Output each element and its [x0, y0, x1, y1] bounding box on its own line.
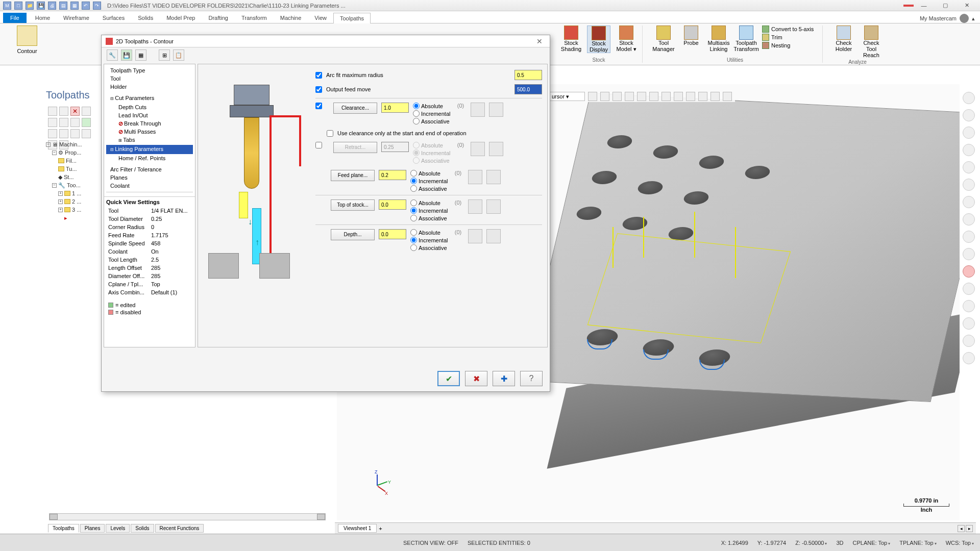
contour-icon[interactable]: [17, 26, 37, 46]
feedplane-incremental-radio[interactable]: [410, 178, 417, 184]
topstock-associative-radio[interactable]: [410, 215, 417, 221]
clearance-pick-button[interactable]: [471, 103, 485, 117]
retract-pick-button[interactable]: [471, 142, 485, 156]
topstock-incremental-radio[interactable]: [410, 207, 417, 214]
clearance-associative-radio[interactable]: [413, 118, 420, 124]
user-label[interactable]: My Mastercam: [920, 15, 957, 21]
close-button[interactable]: ✕: [957, 1, 977, 11]
retract-input[interactable]: [381, 142, 409, 152]
multiaxis-linking-button[interactable]: Multiaxis Linking: [707, 26, 730, 52]
rs-7[interactable]: [963, 196, 975, 208]
use-clearance-only-checkbox[interactable]: [327, 130, 333, 137]
tab-home[interactable]: Home: [29, 12, 57, 23]
tree-scroll-left[interactable]: ◂: [108, 193, 111, 197]
viewsheet-prev[interactable]: ◂: [958, 525, 965, 532]
retract-checkbox[interactable]: [315, 142, 322, 148]
redo-icon[interactable]: ↷: [93, 2, 101, 10]
check-holder-button[interactable]: Check Holder: [832, 26, 855, 52]
tab-modelprep[interactable]: Model Prep: [160, 12, 202, 23]
tp-btn-5[interactable]: [48, 118, 57, 127]
feed-plane-input[interactable]: [379, 170, 406, 180]
selbar-btn-9[interactable]: [686, 92, 695, 101]
selbar-btn-3[interactable]: [612, 92, 622, 101]
status-section-view[interactable]: SECTION VIEW: OFF: [403, 540, 458, 546]
rs-3[interactable]: [963, 127, 975, 139]
dlg-tb-5[interactable]: 📋: [173, 49, 184, 61]
tp-btn-12[interactable]: [82, 129, 91, 138]
tn-tabs[interactable]: ⊞ Tabs: [106, 136, 193, 145]
depth-absolute-radio[interactable]: [410, 229, 417, 236]
arc-fit-checkbox[interactable]: [315, 72, 322, 79]
tp-btn-7[interactable]: [70, 118, 80, 127]
topstock-absolute-radio[interactable]: [410, 199, 417, 206]
btab-toolpaths[interactable]: Toolpaths: [48, 524, 79, 533]
feed-plane-button[interactable]: Feed plane...: [331, 170, 375, 181]
qat-icon-5[interactable]: ▤: [59, 2, 67, 10]
feedplane-pick-button[interactable]: [468, 170, 482, 184]
output-feed-checkbox[interactable]: [315, 86, 322, 93]
new-icon[interactable]: □: [14, 2, 22, 10]
tree-scroll-right[interactable]: ▸: [188, 193, 191, 197]
open-icon[interactable]: 📁: [26, 2, 34, 10]
tool-manager-button[interactable]: Tool Manager: [652, 26, 675, 52]
tn-linking-parameters[interactable]: ⊟ Linking Parameters: [106, 145, 193, 154]
selbar-btn-11[interactable]: [710, 92, 720, 101]
dialog-add-button[interactable]: ✚: [493, 371, 515, 386]
dialog-tree[interactable]: Toolpath Type Tool Holder ⊟ Cut Paramete…: [104, 64, 195, 197]
user-avatar-icon[interactable]: [960, 14, 969, 23]
retract-reselect-button[interactable]: [489, 142, 503, 156]
undo-icon[interactable]: ↶: [82, 2, 90, 10]
arc-fit-input[interactable]: [514, 70, 542, 80]
tab-view[interactable]: View: [308, 12, 333, 23]
output-feed-input[interactable]: [514, 84, 542, 94]
selbar-btn-10[interactable]: [698, 92, 707, 101]
tp-btn-10[interactable]: [59, 129, 68, 138]
toolpath-transform-button[interactable]: Toolpath Transform: [734, 26, 758, 52]
dialog-cancel-button[interactable]: ✖: [465, 371, 487, 386]
qat-icon-6[interactable]: ▦: [70, 2, 79, 10]
depth-button[interactable]: Depth...: [331, 229, 375, 240]
rs-record[interactable]: [963, 265, 975, 278]
file-tab[interactable]: File: [3, 13, 27, 23]
rs-8[interactable]: [963, 213, 975, 226]
status-wcs[interactable]: WCS: Top▾: [946, 540, 974, 546]
tn-lead-in-out[interactable]: Lead In/Out: [106, 111, 193, 119]
tab-drafting[interactable]: Drafting: [202, 12, 235, 23]
retract-button[interactable]: Retract...: [333, 142, 377, 153]
clearance-input[interactable]: [381, 103, 409, 113]
dialog-close-button[interactable]: ✕: [533, 37, 546, 45]
app-icon[interactable]: M: [3, 2, 11, 10]
maximize-button[interactable]: ▢: [935, 1, 955, 11]
rs-13[interactable]: [963, 300, 975, 312]
tp-btn-2[interactable]: [59, 107, 68, 116]
status-tplane[interactable]: TPLANE: Top▾: [899, 540, 936, 546]
rs-12[interactable]: [963, 283, 975, 295]
convert-5axis-button[interactable]: Convert to 5-axis: [762, 26, 818, 33]
tn-depth-cuts[interactable]: Depth Cuts: [106, 103, 193, 111]
tp-btn-11[interactable]: [70, 129, 80, 138]
tp-btn-6[interactable]: [59, 118, 68, 127]
tn-toolpath-type[interactable]: Toolpath Type: [106, 66, 193, 74]
tab-toolpaths[interactable]: Toolpaths: [333, 13, 371, 23]
cursor-dropdown[interactable]: ursor ▾: [549, 92, 585, 101]
dialog-help-button[interactable]: ?: [520, 371, 543, 386]
clearance-reselect-button[interactable]: [489, 103, 503, 117]
rs-16[interactable]: [963, 352, 975, 364]
tn-tool[interactable]: Tool: [106, 74, 193, 83]
print-icon[interactable]: 🖨: [48, 2, 56, 10]
save-icon[interactable]: 💾: [37, 2, 45, 10]
btab-levels[interactable]: Levels: [106, 524, 130, 533]
selbar-btn-4[interactable]: [625, 92, 634, 101]
depth-pick-button[interactable]: [468, 229, 482, 243]
tp-btn-4[interactable]: [82, 107, 91, 116]
btab-planes[interactable]: Planes: [80, 524, 105, 533]
selbar-btn-1[interactable]: [588, 92, 597, 101]
selbar-btn-7[interactable]: [662, 92, 671, 101]
operations-tree[interactable]: −🖥Machin... −⚙Prop... Fil... Tu... ◆St..…: [46, 140, 102, 222]
selbar-btn-12[interactable]: [723, 92, 732, 101]
minimize-button[interactable]: —: [914, 1, 934, 11]
depth-reselect-button[interactable]: [486, 229, 501, 243]
selbar-btn-5[interactable]: [637, 92, 646, 101]
tp-btn-cursor[interactable]: [48, 107, 57, 116]
clearance-checkbox[interactable]: [315, 103, 322, 109]
